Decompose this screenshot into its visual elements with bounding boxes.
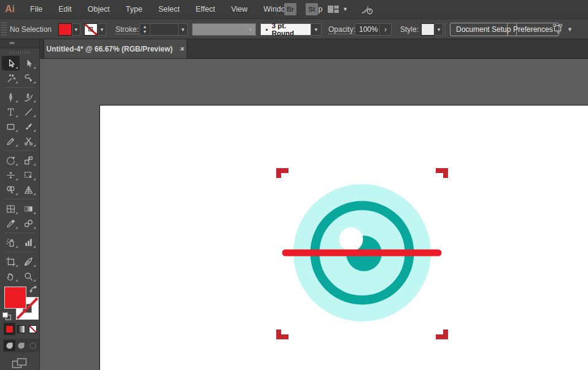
tool-hand[interactable] [2, 269, 20, 283]
menubar-right: Br St ▼ [276, 0, 380, 18]
tool-scale[interactable] [20, 153, 37, 168]
bridge-button[interactable]: Br [284, 3, 296, 15]
stepper-up-icon[interactable]: ▲ [143, 25, 147, 29]
tool-symbol-sprayer[interactable] [2, 235, 20, 250]
stroke-panel-link[interactable]: Stroke: [115, 25, 139, 34]
tool-direct-selection[interactable] [20, 56, 37, 71]
toolbar-grip[interactable] [9, 51, 30, 54]
paint-gradient-button[interactable] [15, 323, 27, 335]
opacity-field[interactable]: 100% [355, 23, 379, 36]
menu-object[interactable]: Object [80, 0, 118, 18]
opacity-panel-link[interactable]: Opacity: [328, 25, 355, 34]
stroke-weight-dropdown[interactable]: ▼ [178, 23, 188, 36]
tool-artboard[interactable] [2, 254, 20, 269]
toolbar-divider [5, 87, 34, 88]
gradient-swatch-icon [17, 325, 25, 333]
menu-effect[interactable]: Effect [188, 0, 223, 18]
gpu-performance-button[interactable] [359, 4, 374, 15]
swap-fill-stroke-icon[interactable] [29, 285, 38, 294]
fill-color-dropdown[interactable]: ▼ [72, 23, 80, 36]
controlbar-grip[interactable] [1, 22, 7, 36]
tool-perspective-grid[interactable] [20, 182, 37, 197]
paint-style-buttons [4, 323, 39, 335]
tool-magic-wand[interactable] [2, 71, 20, 85]
menu-file[interactable]: File [22, 0, 50, 18]
style-swatch[interactable] [421, 23, 435, 36]
paint-color-button[interactable] [4, 323, 15, 335]
menu-edit[interactable]: Edit [50, 0, 80, 18]
chevron-down-icon: ▼ [436, 27, 441, 33]
document-tab-title: Untitled-4* @ 66.67% (RGB/Preview) [47, 45, 173, 53]
draw-behind-button[interactable] [15, 340, 27, 351]
draw-normal-button[interactable] [4, 340, 15, 351]
tool-free-transform[interactable] [20, 168, 37, 182]
toolbar-divider [5, 252, 34, 252]
tool-gradient[interactable] [20, 201, 37, 216]
tool-shape-builder[interactable] [2, 182, 20, 197]
pupil-highlight-circle[interactable] [339, 228, 363, 252]
control-bar: No Selection ▼ ▼ Stroke: ▲▼ ▼ ▼ 3 pt. Ro… [0, 18, 588, 39]
tool-rotate[interactable] [2, 153, 20, 168]
opacity-dropdown-arrow[interactable]: › [379, 23, 392, 36]
tool-type[interactable] [2, 104, 20, 119]
paint-none-button[interactable] [27, 323, 39, 335]
selection-status: No Selection [10, 25, 52, 34]
width-profile-dropdown: ▼ [192, 23, 256, 36]
tool-mesh[interactable] [2, 201, 20, 216]
document-tab[interactable]: Untitled-4* @ 66.67% (RGB/Preview) × [44, 39, 187, 58]
chevron-down-icon: ▼ [342, 7, 348, 12]
tool-pencil[interactable] [2, 134, 20, 148]
tab-close-icon[interactable]: × [180, 45, 184, 53]
brush-definition-field[interactable]: 3 pt. Round [260, 23, 311, 36]
frame-corner-bottom-left[interactable] [276, 330, 288, 339]
chevron-down-icon: ▼ [74, 27, 79, 33]
stroke-color-swatch[interactable] [84, 23, 98, 36]
menu-select[interactable]: Select [150, 0, 188, 18]
draw-normal-icon [6, 342, 14, 350]
toolbar-collapse-button[interactable]: «« [0, 39, 39, 48]
tool-blend[interactable] [20, 216, 37, 231]
tool-lasso[interactable] [20, 71, 37, 85]
stroke-color-dropdown[interactable]: ▼ [98, 23, 106, 36]
tool-width[interactable] [2, 168, 20, 182]
fill-color-swatch[interactable] [58, 23, 72, 36]
tool-rectangle[interactable] [2, 119, 20, 134]
tool-column-graph[interactable] [20, 235, 37, 250]
tool-selection[interactable] [2, 56, 20, 71]
menu-view[interactable]: View [223, 0, 255, 18]
menu-type[interactable]: Type [118, 0, 150, 18]
tool-curvature[interactable] [20, 90, 37, 104]
tool-slice[interactable] [20, 254, 37, 269]
stepper-down-icon[interactable]: ▼ [143, 29, 147, 34]
default-fill-stroke-icon[interactable] [2, 312, 12, 321]
select-similar-icon [551, 24, 564, 35]
stock-button[interactable]: St [306, 3, 318, 15]
document-tab-strip: Untitled-4* @ 66.67% (RGB/Preview) × [40, 39, 588, 59]
tools-panel: «« [0, 39, 40, 370]
artboard[interactable] [100, 106, 588, 370]
tool-paintbrush[interactable] [20, 119, 37, 134]
chevron-right-icon: › [384, 25, 387, 34]
artwork-eye-scan [100, 106, 588, 370]
fill-proxy-swatch[interactable] [4, 287, 26, 309]
drawing-mode-buttons [3, 339, 39, 352]
tool-scissors[interactable] [20, 134, 37, 148]
workspace-layout-button[interactable]: ▼ [327, 4, 348, 14]
tool-zoom[interactable] [20, 269, 37, 283]
select-similar-button[interactable]: ▼ [551, 24, 573, 35]
frame-corner-bottom-right[interactable] [436, 330, 448, 339]
style-dropdown[interactable]: ▼ [435, 23, 443, 36]
brush-definition-dropdown[interactable]: ▼ [311, 23, 322, 36]
screen-mode-button[interactable] [0, 358, 39, 370]
menubar-divider [276, 3, 277, 15]
brush-definition-value: 3 pt. Round [272, 22, 306, 37]
tool-line-segment[interactable] [20, 104, 37, 119]
frame-corner-top-right[interactable] [436, 168, 448, 178]
stroke-weight-stepper[interactable]: ▲▼ [139, 23, 150, 36]
frame-corner-top-left[interactable] [276, 168, 288, 178]
stroke-weight-field[interactable] [150, 23, 178, 36]
tool-eyedropper[interactable] [2, 216, 20, 231]
style-label: Style: [400, 25, 419, 34]
tool-pen[interactable] [2, 90, 20, 104]
canvas-pasteboard[interactable] [40, 59, 588, 370]
